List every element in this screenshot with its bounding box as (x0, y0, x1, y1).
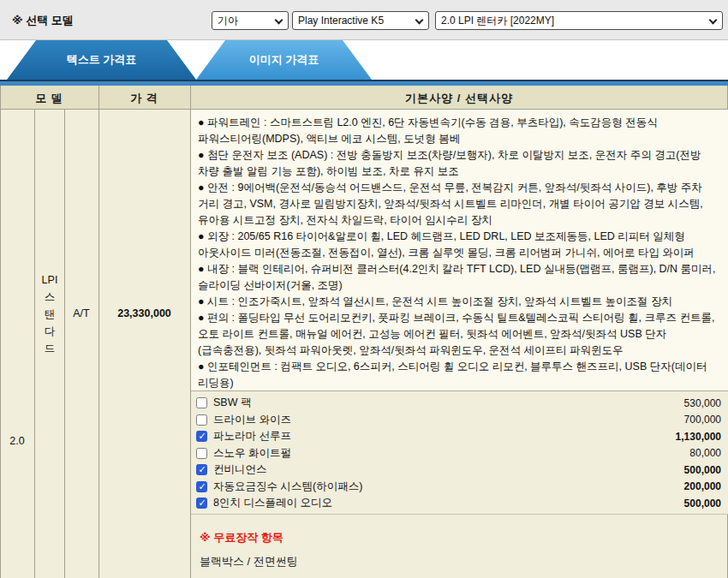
option-row: 스노우 화이트펄 80,000 (196, 445, 721, 462)
spec-seat: ● 시트 : 인조가죽시트, 앞좌석 열선시트, 운전석 시트 높이조절 장치,… (198, 294, 719, 310)
option-label: 파노라마 선루프 (213, 429, 291, 444)
spec-safety: ● 안전 : 9에어백(운전석/동승석 어드밴스드, 운전석 무릎, 전복감지 … (198, 180, 719, 229)
spec-exterior: ● 외장 : 205/65 R16 타이어&알로이 휠, LED 헤드램프, L… (198, 229, 719, 261)
column-divider (64, 110, 65, 578)
option-checkbox[interactable] (196, 481, 207, 492)
option-row: 파노라마 선루프 1,130,000 (196, 428, 721, 445)
option-row: 8인치 디스플레이 오디오 500,000 (196, 495, 721, 512)
option-row: 컨비니언스 500,000 (196, 462, 721, 479)
chevron-down-icon (709, 16, 718, 25)
transmission-cell: A/T (64, 307, 98, 319)
option-price: 500,000 (684, 498, 721, 509)
option-checkbox[interactable] (196, 397, 207, 408)
column-header-model: 모 델 (0, 91, 98, 106)
spec-infotainment: ● 인포테인먼트 : 컴팩트 오디오, 6스피커, 스티어링 휠 오디오 리모컨… (198, 359, 719, 390)
option-label: 8인치 디스플레이 오디오 (213, 496, 332, 510)
free-items-title: ※ 무료장작 항목 (200, 530, 283, 545)
header-divider (190, 86, 191, 110)
option-checkbox[interactable] (196, 498, 207, 509)
option-label: 컨비니언스 (213, 462, 267, 477)
option-label: 자동요금징수 시스템(하이패스) (213, 480, 362, 494)
select-model-label: ※ 선택 모델 (12, 13, 74, 28)
option-label: 드라이브 와이즈 (213, 413, 291, 427)
option-price: 200,000 (684, 480, 721, 492)
tab-image-price-table[interactable]: 이미지 가격표 (196, 40, 372, 80)
header-divider (98, 86, 99, 110)
option-checkbox[interactable] (196, 431, 207, 442)
chevron-down-icon (415, 16, 424, 25)
option-list: SBW 팩 530,000 드라이브 와이즈 700,000 파노라마 선루프 … (191, 390, 728, 515)
price-table-tabs: 텍스트 가격표 이미지 가격표 (0, 40, 728, 80)
option-checkbox[interactable] (196, 414, 207, 426)
maker-select[interactable]: 기아 (212, 11, 289, 30)
option-checkbox[interactable] (196, 464, 207, 475)
table-border-left (0, 86, 1, 578)
spec-convenience: ● 편의 : 폴딩타입 무선 도어리모컨키, 풋파킹 브레이크, 수동식 틸트&… (198, 310, 719, 359)
spec-cell: ● 파워트레인 : 스마트스트림 L2.0 엔진, 6단 자동변속기(수동 겸용… (191, 110, 728, 390)
model-select[interactable]: Play Interactive K5 (292, 11, 429, 30)
spec-interior: ● 내장 : 블랙 인테리어, 슈퍼비전 클러스터(4.2인치 칼라 TFT L… (198, 261, 719, 294)
trim-select-value: 2.0 LPI 렌터카 [2022MY] (441, 14, 554, 28)
option-price: 1,130,000 (676, 431, 721, 443)
column-header-spec: 기본사양 / 선택사양 (190, 91, 728, 106)
spec-powertrain: ● 파워트레인 : 스마트스트림 L2.0 엔진, 6단 자동변속기(수동 겸용… (198, 115, 719, 147)
trim-cell: LPI 스 탠 다 드 (35, 271, 64, 357)
engine-cell: 2.0 (0, 435, 34, 447)
option-price: 80,000 (689, 447, 721, 459)
spec-adas: ● 첨단 운전자 보조 (ADAS) : 전방 충돌방지 보조(차량/보행자),… (198, 147, 719, 180)
option-label: 스노우 화이트펄 (213, 446, 291, 461)
option-checkbox[interactable] (196, 448, 207, 459)
option-row: 자동요금징수 시스템(하이패스) 200,000 (196, 479, 721, 496)
column-header-price: 가 격 (98, 91, 190, 106)
price-cell: 23,330,000 (98, 307, 190, 319)
option-row: 드라이브 와이즈 700,000 (196, 412, 721, 429)
option-label: SBW 팩 (213, 396, 251, 410)
free-items-text: 블랙박스 / 전면썬팅 (200, 554, 298, 569)
option-price: 700,000 (684, 414, 721, 426)
maker-select-value: 기아 (218, 14, 238, 28)
column-divider (98, 110, 99, 578)
option-price: 500,000 (684, 464, 721, 476)
tab-text-price-table[interactable]: 텍스트 가격표 (7, 40, 196, 80)
chevron-down-icon (275, 16, 283, 25)
option-price: 530,000 (684, 397, 721, 409)
trim-select[interactable]: 2.0 LPI 렌터카 [2022MY] (435, 11, 723, 30)
model-select-value: Play Interactive K5 (298, 15, 384, 27)
option-row: SBW 팩 530,000 (196, 395, 721, 412)
